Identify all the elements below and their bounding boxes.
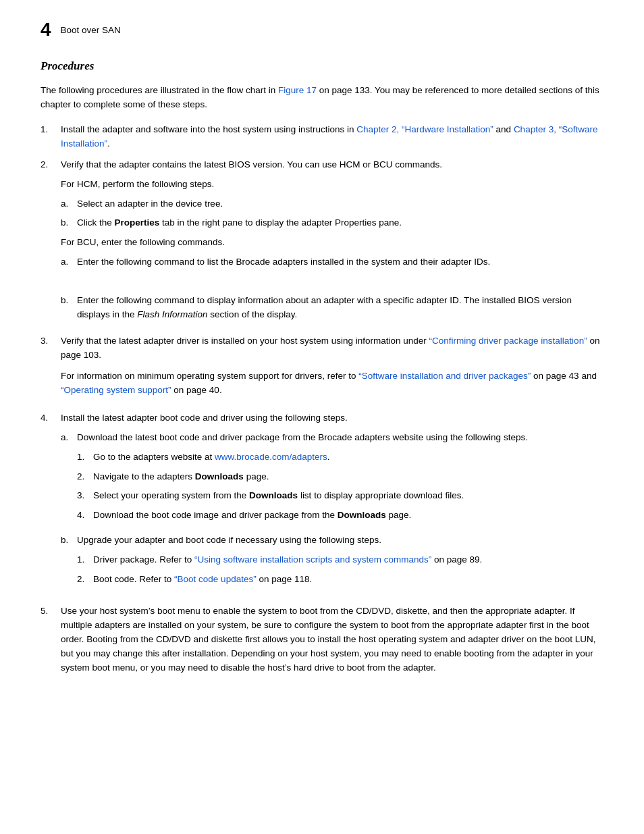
chapter3-link[interactable]: Chapter 3, “Software Installation” bbox=[61, 124, 597, 149]
confirming-driver-link[interactable]: “Confirming driver package installation” bbox=[429, 336, 587, 346]
step-4a-1-content: Go to the adapters website at www.brocad… bbox=[93, 450, 603, 465]
hcm-steps-list: a. Select an adapter in the device tree.… bbox=[61, 197, 603, 231]
step-4a-alpha: a. bbox=[61, 431, 77, 529]
hcm-step-a-content: Select an adapter in the device tree. bbox=[77, 197, 603, 211]
step-4b-content: Upgrade your adapter and boot code if ne… bbox=[77, 533, 603, 592]
bcu-steps-list: a. Enter the following command to list t… bbox=[61, 255, 603, 322]
step-4b-alpha: b. bbox=[61, 533, 77, 592]
bcu-step-a-alpha: a. bbox=[61, 255, 77, 269]
step-4-num: 4. bbox=[41, 411, 61, 598]
step-5-content: Use your host system’s boot menu to enab… bbox=[61, 604, 603, 675]
step-1-content: Install the adapter and software into th… bbox=[61, 123, 603, 151]
step-2: 2. Verify that the adapter contains the … bbox=[41, 158, 603, 328]
step-1-num: 1. bbox=[41, 123, 61, 151]
step-2-num: 2. bbox=[41, 158, 61, 328]
intro-paragraph: The following procedures are illustrated… bbox=[41, 84, 603, 112]
downloads-bold-2: Downloads bbox=[249, 490, 298, 500]
bcu-label: For BCU, enter the following commands. bbox=[61, 236, 603, 250]
boot-code-updates-link[interactable]: “Boot code updates” bbox=[174, 574, 257, 584]
step-3: 3. Verify that the latest adapter driver… bbox=[41, 334, 603, 405]
flash-info-italic: Flash Information bbox=[137, 309, 207, 319]
step-1: 1. Install the adapter and software into… bbox=[41, 123, 603, 151]
step-4b: b. Upgrade your adapter and boot code if… bbox=[61, 533, 603, 592]
step-3-num: 3. bbox=[41, 334, 61, 405]
step-4: 4. Install the latest adapter boot code … bbox=[41, 411, 603, 598]
software-install-link[interactable]: “Software installation and driver packag… bbox=[358, 371, 531, 381]
step-4b-1-content: Driver package. Refer to “Using software… bbox=[93, 553, 603, 567]
step-4b-2-content: Boot code. Refer to “Boot code updates” … bbox=[93, 573, 603, 587]
page: 4 Boot over SAN Procedures The following… bbox=[0, 0, 644, 834]
bcu-step-a-content: Enter the following command to list the … bbox=[77, 255, 603, 269]
step-4a-1-num: 1. bbox=[77, 450, 93, 465]
step-2-text: Verify that the adapter contains the lat… bbox=[61, 159, 442, 170]
step-4a-numbered: 1. Go to the adapters website at www.bro… bbox=[77, 450, 603, 523]
section-title: Procedures bbox=[41, 59, 603, 73]
hcm-step-a: a. Select an adapter in the device tree. bbox=[61, 197, 603, 211]
chapter-number: 4 bbox=[41, 20, 51, 39]
step-4b-2-num: 2. bbox=[77, 573, 93, 587]
bcu-step-b: b. Enter the following command to displa… bbox=[61, 294, 603, 322]
hcm-step-b: b. Click the Properties tab in the right… bbox=[61, 216, 603, 230]
step-5-num: 5. bbox=[41, 604, 61, 675]
step-4a-3: 3. Select your operating system from the… bbox=[77, 489, 603, 503]
step-4a-4-content: Download the boot code image and driver … bbox=[93, 509, 603, 523]
step-4b-1: 1. Driver package. Refer to “Using softw… bbox=[77, 553, 603, 567]
step-4a-4-num: 4. bbox=[77, 509, 93, 523]
chapter-title: Boot over SAN bbox=[61, 25, 121, 35]
os-support-link[interactable]: “Operating system support” bbox=[61, 385, 171, 395]
figure17-link[interactable]: Figure 17 bbox=[278, 85, 317, 95]
step-4a-2: 2. Navigate to the adapters Downloads pa… bbox=[77, 470, 603, 484]
chapter2-link[interactable]: Chapter 2, “Hardware Installation” bbox=[356, 124, 493, 134]
bcu-step-b-content: Enter the following command to display i… bbox=[77, 294, 603, 322]
step-4b-1-num: 1. bbox=[77, 553, 93, 567]
step-3-note: For information on minimum operating sys… bbox=[61, 369, 603, 398]
step-3-content: Verify that the latest adapter driver is… bbox=[61, 334, 603, 405]
step-4-sub-list: a. Download the latest boot code and dri… bbox=[61, 431, 603, 592]
downloads-bold-1: Downloads bbox=[195, 471, 244, 481]
hcm-step-b-alpha: b. bbox=[61, 216, 77, 230]
step-4-content: Install the latest adapter boot code and… bbox=[61, 411, 603, 598]
step-4b-2: 2. Boot code. Refer to “Boot code update… bbox=[77, 573, 603, 587]
page-header: 4 Boot over SAN bbox=[41, 20, 603, 39]
step-2-content: Verify that the adapter contains the lat… bbox=[61, 158, 603, 328]
step-4a-4: 4. Download the boot code image and driv… bbox=[77, 509, 603, 523]
bcu-step-b-alpha: b. bbox=[61, 294, 77, 322]
step-5: 5. Use your host system’s boot menu to e… bbox=[41, 604, 603, 675]
step-4b-numbered: 1. Driver package. Refer to “Using softw… bbox=[77, 553, 603, 587]
step-4a-3-num: 3. bbox=[77, 489, 93, 503]
step-4a-3-content: Select your operating system from the Do… bbox=[93, 489, 603, 503]
properties-bold: Properties bbox=[115, 217, 160, 228]
hcm-step-b-content: Click the Properties tab in the right pa… bbox=[77, 216, 603, 230]
bcu-step-a: a. Enter the following command to list t… bbox=[61, 255, 603, 269]
downloads-bold-3: Downloads bbox=[338, 510, 386, 520]
software-scripts-link[interactable]: “Using software installation scripts and… bbox=[194, 554, 431, 565]
step-4a-content: Download the latest boot code and driver… bbox=[77, 431, 603, 529]
step-4a-1: 1. Go to the adapters website at www.bro… bbox=[77, 450, 603, 465]
step-4a-2-num: 2. bbox=[77, 470, 93, 484]
hcm-step-a-alpha: a. bbox=[61, 197, 77, 211]
step-4a: a. Download the latest boot code and dri… bbox=[61, 431, 603, 529]
hcm-label: For HCM, perform the following steps. bbox=[61, 178, 603, 192]
step-4a-2-content: Navigate to the adapters Downloads page. bbox=[93, 470, 603, 484]
brocade-adapters-link[interactable]: www.brocade.com/adapters bbox=[215, 452, 327, 462]
main-steps-list: 1. Install the adapter and software into… bbox=[41, 123, 603, 675]
